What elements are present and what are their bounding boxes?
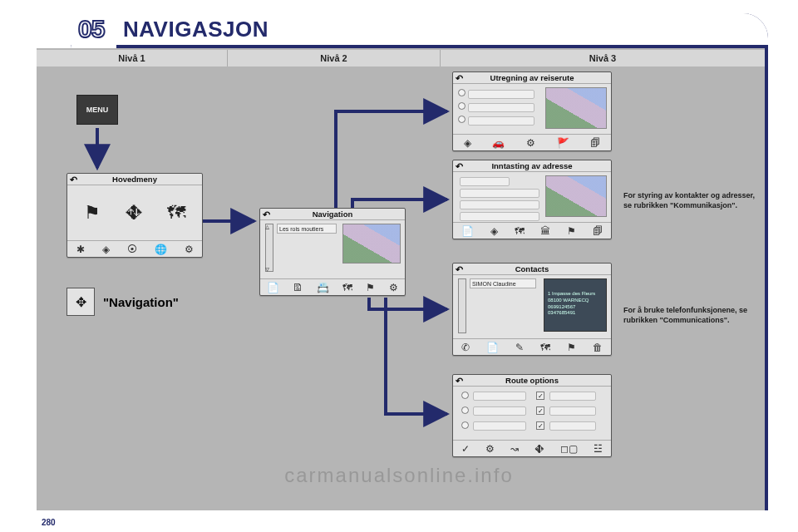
address-field[interactable] [460, 200, 539, 209]
menu-button[interactable]: MENU [76, 95, 118, 125]
opt-field [549, 406, 596, 416]
opt-field [473, 421, 526, 431]
traffic-icon[interactable]: ⛖ [125, 202, 143, 224]
bt-icon[interactable]: ✱ [76, 244, 85, 255]
route-options-title: Route options [505, 376, 559, 385]
opt-checkbox[interactable]: ✓ [536, 392, 544, 400]
opt-field [473, 406, 526, 416]
address-iconbar: 📄 ◈ 🗺 🏛 ⚑ 🗐 [453, 222, 611, 239]
level-1-header: Nivå 1 [37, 50, 228, 66]
page-number: 280 [42, 518, 56, 527]
route-iconbar: ◈ 🚗 ⚙ 🚩 🗐 [453, 134, 611, 150]
list-icon[interactable]: ☳ [594, 443, 603, 455]
compass-icon[interactable]: ◈ [490, 225, 498, 237]
opt-radio[interactable] [461, 421, 469, 429]
compass-icon[interactable]: ◈ [464, 137, 471, 149]
traffic-icon[interactable]: ⛖ [534, 443, 544, 455]
detour-icon[interactable]: ↝ [510, 443, 519, 455]
flag-icon[interactable]: ⚑ [567, 342, 576, 353]
dpad-icon[interactable]: ✥ [66, 288, 95, 316]
address-entry-title: Inntasting av adresse [491, 161, 572, 170]
contacts-icon[interactable]: 📇 [317, 282, 329, 293]
back-icon[interactable]: ↶ [456, 376, 463, 387]
flag-icon[interactable]: ⚑ [366, 282, 375, 293]
doc-icon[interactable]: 📄 [267, 282, 279, 293]
gear-icon[interactable]: ⚙ [185, 244, 194, 255]
opt-radio[interactable] [461, 392, 469, 399]
contacts-panel: ↶ Contacts SIMON Claudine 1 Impasse des … [452, 263, 612, 356]
gear-icon[interactable]: ⚙ [389, 282, 398, 293]
globe-icon[interactable]: 🌐 [155, 244, 167, 255]
level-3-header: Nivå 3 [441, 50, 765, 66]
diagram-canvas: MENU ↶ Hovedmeny ⚑ ⛖ 🗺 ✱ ◈ ⦿ 🌐 ⚙ ✥ "Navi… [37, 66, 765, 510]
car-icon[interactable]: 🚗 [492, 137, 505, 149]
opt-field [473, 392, 526, 401]
scroll-slider[interactable] [458, 278, 466, 333]
back-icon[interactable]: ↶ [456, 264, 463, 275]
check-icon[interactable]: ✓ [461, 443, 470, 455]
navigation-panel-title: Navigation [313, 209, 353, 219]
route-option-field [468, 90, 534, 99]
compass-icon[interactable]: ◈ [102, 244, 110, 255]
edit-icon[interactable]: ✎ [515, 342, 524, 353]
map-thumbnail [342, 224, 401, 264]
navigation-label-row: ✥ "Navigation" [66, 288, 179, 316]
doc-icon[interactable]: 📄 [461, 225, 474, 237]
gear-icon[interactable]: ⚙ [485, 443, 495, 455]
section-title: NAVIGASJON [123, 17, 268, 42]
opt-checkbox[interactable]: ✓ [536, 421, 544, 430]
main-menu-title: Hovedmeny [112, 175, 157, 184]
route-option-field [468, 103, 534, 112]
route-option-radio[interactable] [458, 102, 466, 110]
nav-flag-icon[interactable]: ⚑ [84, 202, 101, 224]
main-menu-panel: ↶ Hovedmeny ⚑ ⛖ 🗺 ✱ ◈ ⦿ 🌐 ⚙ [66, 173, 203, 258]
navigation-quoted-label: "Navigation" [103, 295, 179, 309]
media-icon[interactable]: ⦿ [127, 244, 137, 255]
map-icon[interactable]: 🗺 [342, 282, 352, 293]
back-icon[interactable]: ↶ [456, 73, 463, 84]
doc-icon[interactable]: 📄 [486, 342, 499, 353]
route-calc-title: Utregning av reiserute [490, 73, 574, 82]
pages-icon[interactable]: 🗐 [593, 225, 603, 237]
back-icon[interactable]: ↶ [263, 209, 270, 220]
opt-field [549, 421, 596, 431]
address-field[interactable] [460, 189, 539, 198]
route-option-radio[interactable] [458, 89, 466, 96]
card-icon[interactable]: 🖻 [293, 282, 303, 293]
building-icon[interactable]: 🏛 [540, 225, 550, 237]
map-thumbnail [545, 87, 607, 129]
route-option-radio[interactable] [458, 116, 466, 123]
flag-icon[interactable]: ⚑ [567, 225, 576, 237]
back-icon[interactable]: ↶ [70, 175, 77, 185]
map-icon[interactable]: 🗺 [540, 342, 550, 353]
contact-card: 1 Impasse des Fleurs 08100 WARNECQ 06991… [544, 278, 607, 332]
left-gutter [0, 0, 37, 532]
pin-icon[interactable]: 🚩 [557, 137, 569, 149]
level-2-header: Nivå 2 [228, 50, 441, 66]
nav-list-item[interactable]: Les rois moutiers [277, 224, 337, 234]
route-option-field [468, 116, 534, 126]
level-header-row: Nivå 1 Nivå 2 Nivå 3 [37, 50, 765, 66]
avoid-icon[interactable]: ◻▢ [560, 443, 578, 455]
opt-radio[interactable] [461, 406, 469, 414]
scroll-slider[interactable] [265, 224, 273, 272]
route-calc-panel: ↶ Utregning av reiserute ◈ 🚗 ⚙ 🚩 🗐 [452, 71, 612, 151]
address-entry-panel: ↶ Inntasting av adresse 📄 ◈ 🗺 🏛 ⚑ 🗐 [452, 160, 612, 239]
side-note-1: For styring av kontakter og adresser, se… [623, 191, 761, 210]
main-menu-iconbar: ✱ ◈ ⦿ 🌐 ⚙ [67, 240, 202, 257]
address-field[interactable] [460, 177, 510, 186]
route-options-iconbar: ✓ ⚙ ↝ ⛖ ◻▢ ☳ [453, 440, 611, 456]
map-icon[interactable]: 🗺 [515, 225, 525, 237]
navigation-panel: ↶ Navigation Les rois moutiers 📄 🖻 📇 🗺 ⚑… [259, 208, 406, 296]
menu-button-label: MENU [86, 106, 109, 114]
phone-icon[interactable]: ✆ [461, 342, 470, 353]
map-icon[interactable]: 🗺 [167, 202, 185, 224]
address-field[interactable] [460, 212, 539, 221]
back-icon[interactable]: ↶ [456, 161, 463, 172]
trash-icon[interactable]: 🗑 [593, 342, 603, 353]
gear-icon[interactable]: ⚙ [526, 137, 535, 149]
contact-list-item[interactable]: SIMON Claudine [470, 278, 536, 288]
opt-field [549, 392, 596, 401]
pages-icon[interactable]: 🗐 [590, 137, 600, 149]
opt-checkbox[interactable]: ✓ [536, 406, 544, 415]
